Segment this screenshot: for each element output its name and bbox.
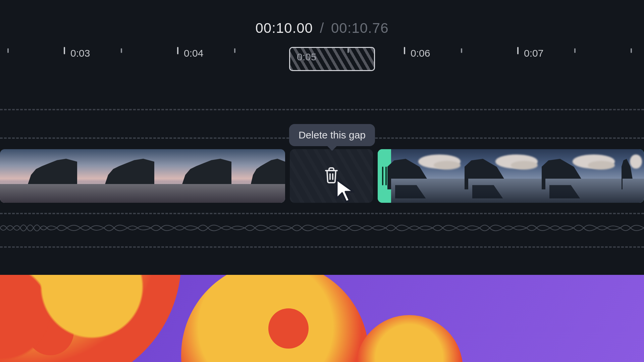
selection-label: 0:05 bbox=[297, 51, 316, 63]
tooltip-text: Delete this gap bbox=[299, 129, 366, 140]
track-lane-divider bbox=[0, 109, 644, 110]
video-clip-selected[interactable] bbox=[378, 149, 644, 203]
video-clip[interactable] bbox=[0, 149, 285, 203]
timeline-selection-region[interactable]: 0:05 bbox=[289, 47, 375, 71]
drag-handle-icon bbox=[382, 167, 387, 185]
ruler-tick-label: 0:04 bbox=[184, 48, 203, 59]
timecode-total: 00:10.76 bbox=[331, 20, 389, 36]
decorative-background bbox=[0, 275, 644, 362]
timecode-current: 00:10.00 bbox=[255, 20, 313, 36]
track-lane-divider bbox=[0, 246, 644, 248]
ruler-tick-label: 0:07 bbox=[524, 48, 543, 59]
mouse-cursor-icon bbox=[335, 178, 362, 206]
ruler-tick-label: 0:03 bbox=[70, 48, 90, 59]
ruler-tick-label: 0:06 bbox=[411, 48, 430, 59]
timecode-display: 00:10.00 / 00:10.76 bbox=[0, 20, 644, 36]
video-track[interactable] bbox=[0, 149, 644, 203]
track-lane-divider bbox=[0, 213, 644, 214]
timecode-separator: / bbox=[320, 20, 324, 36]
tooltip-delete-gap: Delete this gap bbox=[289, 124, 375, 146]
audio-track-waveform[interactable] bbox=[0, 221, 644, 235]
